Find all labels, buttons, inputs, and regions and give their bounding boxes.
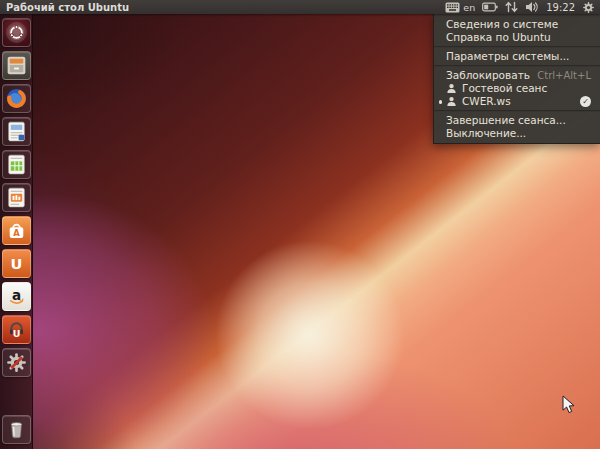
ubuntu-dash-icon — [4, 20, 29, 45]
active-app-title: Рабочий стол Ubuntu — [6, 2, 129, 13]
menu-item-shutdown[interactable]: Выключение... — [434, 127, 600, 140]
keyboard-layout-icon[interactable] — [445, 2, 460, 13]
menu-item-about[interactable]: Сведения о системе — [434, 18, 600, 31]
user-icon — [446, 83, 457, 94]
desktop: Рабочий стол Ubuntu en 19:22 AUaU Сведен… — [0, 0, 600, 449]
volume-icon[interactable] — [525, 1, 539, 13]
menu-item-label: Гостевой сеанс — [462, 82, 547, 95]
trash-icon — [4, 417, 29, 442]
amazon-icon: a — [4, 284, 29, 309]
menu-separator — [434, 65, 600, 67]
system-settings-icon — [4, 350, 29, 375]
launcher-item-ubuntu-one[interactable]: U — [2, 249, 31, 278]
ubuntu-one-music-icon: U — [4, 317, 29, 342]
svg-text:a: a — [12, 287, 21, 303]
svg-text:U: U — [11, 255, 23, 272]
launcher-item-libreoffice-impress[interactable] — [2, 183, 31, 212]
libreoffice-writer-icon — [4, 119, 29, 144]
menu-item-lock[interactable]: ЗаблокироватьCtrl+Alt+L — [434, 69, 600, 82]
battery-icon[interactable] — [482, 2, 498, 12]
launcher-item-libreoffice-calc[interactable] — [2, 150, 31, 179]
menu-item-label: CWER.ws — [462, 95, 511, 108]
menu-separator — [434, 110, 600, 112]
menu-item-logout[interactable]: Завершение сеанса... — [434, 114, 600, 127]
menu-item-help[interactable]: Справка по Ubuntu — [434, 31, 600, 44]
libreoffice-calc-icon — [4, 152, 29, 177]
menu-separator — [434, 46, 600, 48]
clock-label[interactable]: 19:22 — [546, 2, 575, 13]
user-icon — [446, 96, 457, 107]
menu-item-label: Заблокировать — [446, 69, 530, 82]
launcher-item-system-settings[interactable] — [2, 348, 31, 377]
libreoffice-impress-icon — [4, 185, 29, 210]
launcher-item-firefox[interactable] — [2, 84, 31, 113]
launcher-item-ubuntu-one-music[interactable]: U — [2, 315, 31, 344]
network-arrows-icon[interactable] — [505, 1, 518, 13]
menu-item-label: Сведения о системе — [446, 18, 558, 31]
menu-item-user-cwer[interactable]: CWER.ws✓ — [434, 95, 600, 108]
session-menu: Сведения о системеСправка по UbuntuПарам… — [433, 14, 600, 144]
files-icon — [4, 53, 29, 78]
session-gear-icon[interactable] — [582, 1, 595, 14]
svg-text:U: U — [13, 328, 21, 339]
menu-item-guest-session[interactable]: Гостевой сеанс — [434, 82, 600, 95]
menu-item-system-settings[interactable]: Параметры системы... — [434, 50, 600, 63]
launcher-item-dash-home[interactable] — [2, 18, 31, 47]
active-session-bullet — [439, 100, 443, 104]
menu-item-label: Параметры системы... — [446, 50, 569, 63]
menu-item-label: Справка по Ubuntu — [446, 31, 551, 44]
active-session-check-icon: ✓ — [580, 96, 591, 107]
mouse-cursor — [562, 395, 576, 414]
firefox-icon — [4, 86, 29, 111]
launcher-item-files[interactable] — [2, 51, 31, 80]
indicator-area: en 19:22 — [445, 1, 595, 14]
launcher-item-trash[interactable] — [2, 415, 31, 444]
keyboard-layout-label[interactable]: en — [463, 2, 475, 13]
ubuntu-one-icon: U — [4, 251, 29, 276]
menu-item-label: Завершение сеанса... — [446, 114, 566, 127]
menu-item-shortcut: Ctrl+Alt+L — [537, 69, 591, 82]
launcher-item-ubuntu-software-center[interactable]: A — [2, 216, 31, 245]
software-center-icon: A — [4, 218, 29, 243]
launcher-item-amazon[interactable]: a — [2, 282, 31, 311]
svg-text:A: A — [13, 228, 20, 238]
menu-item-label: Выключение... — [446, 127, 526, 140]
top-panel: Рабочий стол Ubuntu en 19:22 — [0, 0, 600, 14]
launcher: AUaU — [0, 14, 33, 449]
launcher-item-libreoffice-writer[interactable] — [2, 117, 31, 146]
